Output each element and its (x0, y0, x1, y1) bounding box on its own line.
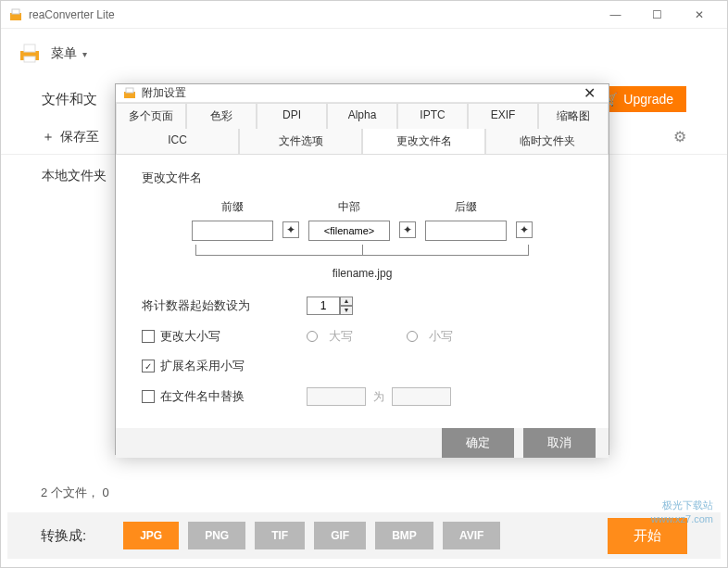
status-text: 2 个文件， 0 (41, 485, 109, 501)
suffix-input[interactable] (425, 221, 507, 241)
prefix-column: 前缀 (192, 199, 273, 241)
upgrade-label: Upgrade (623, 92, 673, 107)
middle-input[interactable] (308, 221, 390, 241)
replace-label: 在文件名中替换 (160, 388, 245, 405)
dialog-title: 附加设置 (142, 85, 578, 101)
svg-rect-6 (126, 88, 133, 93)
counter-down-button[interactable]: ▼ (340, 306, 353, 315)
format-gif-button[interactable]: GIF (314, 522, 366, 549)
convert-to-label: 转换成: (41, 527, 86, 545)
suffix-add-button[interactable]: ✦ (516, 221, 533, 238)
counter-up-button[interactable]: ▲ (340, 297, 353, 306)
dialog-close-button[interactable]: ✕ (578, 84, 601, 102)
minimize-button[interactable]: — (595, 2, 636, 28)
main-toolbar: 菜单 ▾ (1, 29, 727, 79)
dialog-titlebar: 附加设置 ✕ (116, 84, 609, 103)
tab-temp-folder[interactable]: 临时文件夹 (485, 129, 609, 154)
suffix-label: 后缀 (455, 199, 477, 215)
settings-dialog: 附加设置 ✕ 多个页面 色彩 DPI Alpha IPTC EXIF 缩略图 I… (115, 83, 609, 455)
svg-rect-4 (24, 57, 35, 62)
app-icon (8, 7, 23, 22)
format-png-button[interactable]: PNG (188, 522, 245, 549)
filename-preview: filename.jpg (142, 267, 583, 280)
convert-bar: 转换成: JPG PNG TIF GIF BMP AVIF 开始 (7, 512, 721, 559)
tab-row-2: ICC 文件选项 更改文件名 临时文件夹 (116, 129, 609, 154)
format-tif-button[interactable]: TIF (255, 522, 305, 549)
cancel-button[interactable]: 取消 (523, 428, 596, 458)
tab-icc[interactable]: ICC (116, 129, 239, 154)
save-to-label[interactable]: ＋ 保存至 (42, 129, 99, 145)
ext-lowercase-label: 扩展名采用小写 (160, 358, 245, 374)
ext-lowercase-row: 扩展名采用小写 (142, 358, 583, 374)
bracket-connector (142, 245, 583, 261)
tab-exif[interactable]: EXIF (468, 103, 538, 129)
maximize-button[interactable]: ☐ (636, 2, 678, 28)
tab-multipage[interactable]: 多个页面 (116, 103, 186, 129)
printer-icon (18, 42, 42, 66)
replace-to-input[interactable] (392, 387, 451, 406)
tab-alpha[interactable]: Alpha (327, 103, 397, 129)
counter-label: 将计数器起始数设为 (142, 297, 299, 314)
prefix-input[interactable] (192, 221, 273, 241)
menu-label[interactable]: 菜单 (51, 45, 77, 62)
change-case-label: 更改大小写 (160, 328, 220, 345)
tab-file-options[interactable]: 文件选项 (239, 129, 362, 154)
save-to-text: 保存至 (60, 129, 99, 145)
middle-label: 中部 (338, 199, 360, 215)
counter-spinner: ▲ ▼ (307, 297, 353, 315)
dialog-tabs: 多个页面 色彩 DPI Alpha IPTC EXIF 缩略图 ICC 文件选项… (116, 103, 609, 155)
middle-column: 中部 (308, 199, 390, 241)
change-case-checkbox[interactable] (142, 330, 155, 343)
dialog-body: 更改文件名 前缀 ✦ 中部 ✦ 后缀 ✦ filename.jpg 将计数器起始… (116, 155, 609, 428)
watermark-line1: 极光下载站 (651, 499, 713, 511)
uppercase-label: 大写 (329, 328, 353, 345)
chevron-down-icon[interactable]: ▾ (82, 49, 87, 59)
tab-iptc[interactable]: IPTC (397, 103, 468, 129)
watermark: 极光下载站 www.xz7.com (651, 499, 713, 525)
counter-input[interactable] (307, 297, 340, 315)
lowercase-radio[interactable] (407, 331, 418, 342)
format-bmp-button[interactable]: BMP (375, 522, 433, 549)
uppercase-radio[interactable] (307, 331, 318, 342)
dialog-footer: 确定 取消 (116, 428, 609, 458)
gear-icon[interactable]: ⚙ (673, 128, 686, 145)
format-avif-button[interactable]: AVIF (443, 522, 500, 549)
titlebar: reaConverter Lite — ☐ ✕ (1, 1, 727, 29)
files-label: 文件和文 (42, 91, 97, 108)
prefix-label: 前缀 (221, 199, 244, 215)
app-title: reaConverter Lite (29, 8, 595, 21)
lowercase-label: 小写 (429, 328, 453, 345)
replace-from-input[interactable] (307, 387, 366, 406)
counter-row: 将计数器起始数设为 ▲ ▼ (142, 297, 583, 315)
tab-rename[interactable]: 更改文件名 (362, 129, 485, 154)
format-jpg-button[interactable]: JPG (123, 522, 179, 549)
plus-icon: ＋ (42, 129, 55, 145)
middle-add-button[interactable]: ✦ (399, 221, 416, 238)
close-button[interactable]: ✕ (678, 2, 720, 28)
ok-button[interactable]: 确定 (442, 428, 514, 458)
svg-rect-3 (24, 44, 35, 52)
replace-with-label: 为 (373, 389, 384, 405)
rename-section-title: 更改文件名 (142, 170, 583, 186)
suffix-column: 后缀 (425, 199, 507, 241)
tab-dpi[interactable]: DPI (257, 103, 327, 129)
tab-color[interactable]: 色彩 (186, 103, 257, 129)
dialog-icon (123, 87, 136, 100)
tab-row-1: 多个页面 色彩 DPI Alpha IPTC EXIF 缩略图 (116, 103, 609, 129)
replace-checkbox[interactable] (142, 390, 155, 403)
prefix-add-button[interactable]: ✦ (282, 221, 299, 238)
name-parts-row: 前缀 ✦ 中部 ✦ 后缀 ✦ (142, 199, 583, 241)
change-case-row: 更改大小写 大写 小写 (142, 328, 583, 345)
svg-rect-1 (12, 9, 19, 14)
ext-lowercase-checkbox[interactable] (142, 360, 155, 372)
replace-row: 在文件名中替换 为 (142, 387, 583, 406)
tab-thumbnail[interactable]: 缩略图 (538, 103, 609, 129)
watermark-line2: www.xz7.com (651, 512, 713, 525)
